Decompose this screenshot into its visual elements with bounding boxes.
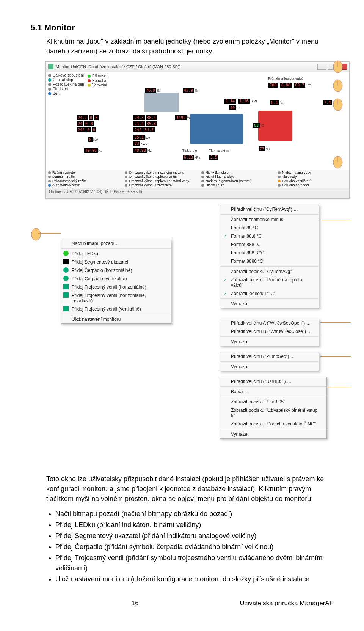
paragraph-customize: Toto okno lze uživatelsky přizpůsobit da… [46, 474, 334, 504]
window-titlebar[interactable]: Monitor UniGEN [Databáze instalací / CZE… [46, 62, 349, 72]
menu-item[interactable]: Zobrazit znaménko mínus [220, 215, 319, 224]
menu-item[interactable]: Přidej Trojcestný ventil (vertikálně) [61, 305, 171, 313]
menu-item[interactable]: Formát 88.8 °C [220, 232, 319, 240]
context-menu-background[interactable]: Načti bitmapu pozadí…Přidej LEDkuPřidej … [61, 239, 171, 324]
footer-right: Uživatelská příručka ManagerAP [240, 600, 334, 607]
menu-item[interactable]: Barva … [220, 388, 326, 396]
section-heading: 5.1 Monitor [30, 23, 334, 33]
minimize-button[interactable] [317, 64, 326, 70]
menu-item[interactable]: Přidej Čerpadlo (vertikálně) [61, 275, 171, 283]
cooler-block [144, 93, 179, 112]
mouse-cursor-icon [332, 79, 344, 93]
menu-item[interactable]: Zobrazit jednotku "°C" [220, 289, 319, 298]
context-menu-userled[interactable]: Přiřadit veličinu ("UsrBI05") …Barva …Zo… [220, 377, 327, 439]
menu-item[interactable]: Přidej Trojcestný ventil (horizontálně) [61, 283, 171, 291]
mouse-cursor-icon [332, 155, 344, 170]
menu-item[interactable]: Zobrazit popisku "Porucha ventilátorů NC… [220, 420, 326, 428]
page-number: 16 [132, 600, 139, 607]
menu-item[interactable]: Formát 888 °C [220, 240, 319, 249]
mouse-cursor-icon [332, 98, 344, 112]
menu-item[interactable]: Přidej Segmentový ukazatel [61, 258, 171, 266]
menu-item[interactable]: Zobrazit popisku "CylTemAvg" [220, 267, 319, 276]
status-leds-top: PřipravenPoruchaVarování [88, 74, 108, 88]
menu-item[interactable]: Přidej Čerpadlo (horizontálně) [61, 266, 171, 275]
menu-item[interactable]: Přiřadit veličinu ("PumpSec") … [220, 352, 319, 361]
menu-item[interactable]: Vymazat [220, 300, 319, 308]
app-icon [48, 64, 53, 69]
schematic-area: PřipravenPoruchaVarování Dálkové spouště… [46, 72, 349, 170]
menu-item[interactable]: Vymazat [220, 363, 319, 371]
menu-item[interactable]: Zobrazit popisku "UsrBI05" [220, 398, 326, 406]
intro-paragraph: Kliknutím na „lupu" v základním panelu j… [46, 36, 334, 56]
page-footer: 16 Uživatelská příručka ManagerAP [30, 600, 334, 607]
menu-item[interactable]: Přiřadit veličinu ("CylTemAvg") … [220, 205, 319, 213]
bullet-item: Načti bitmapu pozadí (načtení bitmapy ob… [55, 509, 334, 519]
bullet-item: Přidej Čerpadlo (přidání symbolu čerpadl… [55, 542, 334, 552]
context-menu-valve[interactable]: Přiřadit veličinu A ("Wtr3wSecOpen") …Př… [220, 319, 319, 346]
menu-item[interactable]: Formát 888.8 °C [220, 249, 319, 257]
menu-item[interactable]: Načti bitmapu pozadí… [61, 239, 171, 248]
menu-item[interactable]: Zobrazit popisku "Uživatelský binární vs… [220, 406, 326, 420]
context-menu-temperature[interactable]: Přiřadit veličinu ("CylTemAvg") …Zobrazi… [220, 205, 319, 308]
mouse-cursor-icon [332, 60, 344, 74]
bullet-item: Přidej Trojcestný ventil (přidání symbol… [55, 553, 334, 573]
menu-item[interactable]: Zobrazit popisku "Průměrná teplota válců… [220, 276, 319, 289]
bullet-item: Přidej LEDku (přidání indikátoru binární… [55, 520, 334, 530]
menu-item[interactable]: Vymazat [220, 337, 319, 346]
top-readouts: Průměrná teplota válců 700 6.88 69.7 °C [268, 74, 311, 88]
window-title: Monitor UniGEN [Databáze instalací / CZE… [56, 64, 180, 69]
menu-item[interactable]: Ulož nastavení monitoru [61, 315, 171, 323]
bullet-item: Ulož nastavení monitoru (uložení konfigu… [55, 574, 334, 584]
menu-item[interactable]: Přidej Trojcestný ventil (horizontálně, … [61, 291, 171, 305]
bullet-item: Přidej Segmentový ukazatel (přidání indi… [55, 531, 334, 541]
bottom-status-leds: Režim vypnutoManuální režimPoloautomatic… [48, 170, 347, 189]
engine-block [190, 114, 243, 144]
menu-item[interactable]: Přiřadit veličinu B ("Wtr3wSecClose") … [220, 327, 319, 336]
mouse-cursor-icon [30, 228, 42, 242]
menu-item[interactable]: Formát 8888 °C [220, 257, 319, 265]
menu-item[interactable]: Formát 88 °C [220, 224, 319, 232]
context-menu-pump[interactable]: Přiřadit veličinu ("PumpSec") …Vymazat [220, 352, 319, 371]
bullet-list: Načti bitmapu pozadí (načtení bitmapy ob… [46, 509, 334, 584]
menu-item[interactable]: Přiřadit veličinu ("UsrBI05") … [220, 377, 326, 386]
context-menus-area: Načti bitmapu pozadí…Přidej LEDkuPřidej … [46, 205, 356, 470]
status-bar: On-line (#UG000073/62 V 1.04) BĚH (Paral… [46, 188, 349, 198]
monitor-window: Monitor UniGEN [Databáze instalací / CZE… [46, 61, 350, 199]
menu-item[interactable]: Přidej LEDku [61, 250, 171, 258]
menu-item[interactable]: Přiřadit veličinu A ("Wtr3wSecOpen") … [220, 319, 319, 327]
menu-item[interactable]: Vymazat [220, 430, 326, 438]
status-leds-left: Dálkové spouštěníCentrál stopPožadavek n… [48, 73, 84, 96]
